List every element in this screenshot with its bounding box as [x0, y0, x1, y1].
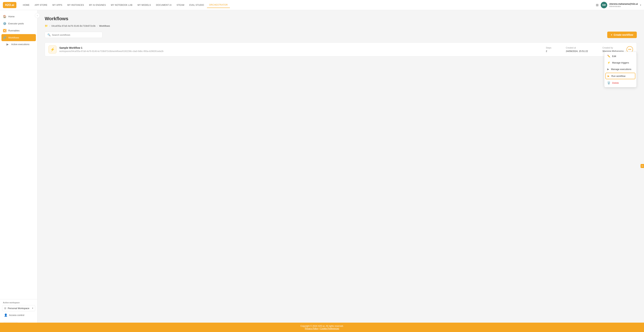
sidebar-item-workflows-label: Workflows [8, 36, 19, 39]
sidebar-item-executor-pools[interactable]: ⚙️ Executor pools [0, 20, 37, 27]
search-input[interactable] [52, 34, 100, 36]
workspace-name: Personal Workspace [8, 307, 31, 310]
context-executions-label: Manage executions [611, 68, 632, 71]
toolbar: 🔍 + Create workflow [45, 32, 637, 38]
context-run-workflow[interactable]: ▶ Run workflow [606, 73, 635, 79]
breadcrumb-current: Workflows [99, 25, 110, 27]
workflows-icon: 🔗 [3, 36, 6, 39]
user-chevron-icon[interactable]: ▾ [640, 4, 641, 6]
footer: Copyright © 2024 H2O.ai. All rights rese… [0, 322, 644, 332]
search-icon: 🔍 [48, 33, 50, 36]
nav-orchestrator[interactable]: ORCHESTRATOR [207, 2, 230, 8]
workspace-chevron-icon[interactable]: ▾ [32, 307, 33, 309]
create-workflow-button[interactable]: + Create workflow [607, 32, 637, 38]
steps-group: Steps 2 [546, 47, 552, 53]
created-at-value: 24/09/2024, 15:51:22 [566, 50, 588, 53]
sidebar-bottom: Active workspace ⊞ Personal Workspace ▾ … [0, 299, 37, 320]
topnav: H2O.ai HOME APP STORE MY APPS MY INSTANC… [0, 0, 644, 10]
sidebar: ‹ 🏠 Home ⚙️ Executor pools 🔀 Runnables 🔗… [0, 10, 38, 332]
access-control-label: Access control [9, 314, 24, 316]
nav-mymodels[interactable]: MY MODELS [136, 2, 153, 8]
breadcrumb-sep1: › [49, 25, 50, 27]
access-control[interactable]: 👤 Access control [2, 312, 35, 318]
nav-right: ⊞ SM sherene.mahanama@h2o.ai Administrat… [596, 2, 641, 8]
context-manage-triggers[interactable]: ⚡ Manage triggers [604, 59, 636, 66]
executor-pools-icon: ⚙️ [3, 22, 6, 25]
workspace-icon: ⊞ [4, 307, 6, 310]
nav-documentai[interactable]: DOCUMENT AI [154, 2, 174, 8]
breadcrumb-sep2: › [97, 25, 98, 27]
triggers-icon: ⚡ [607, 61, 610, 64]
breadcrumb: 📁 › 04caf35a-97a9-4e76-9146-Bc733b972c0b… [45, 24, 637, 27]
delete-icon: 🗑️ [607, 81, 610, 84]
sidebar-item-active-executions[interactable]: ▶ Active executions [0, 41, 37, 48]
nav-evalstudio[interactable]: EVAL STUDIO [187, 2, 206, 8]
executions-icon: ▶ [607, 68, 609, 71]
breadcrumb-folder-icon: 📁 [45, 24, 48, 27]
context-edit[interactable]: ✏️ Edit [604, 53, 636, 59]
user-info: sherene.mahanama@h2o.ai Administrator [610, 3, 638, 8]
sidebar-item-workflows[interactable]: 🔗 Workflows [2, 34, 36, 41]
search-box: 🔍 [45, 32, 102, 38]
sidebar-item-active-executions-label: Active executions [11, 43, 30, 46]
logo[interactable]: H2O.ai [3, 2, 16, 8]
workflow-path: workspaces/04caf35a-97a9-4e76-9146-bc733… [59, 50, 543, 53]
created-at-label: Created at [566, 47, 588, 49]
active-workspace-label: Active workspace [2, 301, 35, 304]
sidebar-item-home-label: Home [8, 15, 14, 18]
cookie-preferences-link[interactable]: Cookie Preferences [320, 327, 339, 330]
context-triggers-label: Manage triggers [612, 61, 629, 64]
steps-value: 2 [546, 50, 552, 53]
footer-copyright: Copyright © 2024 H2O.ai. All rights rese… [2, 325, 642, 327]
nav-notebooklab[interactable]: MY NOTEBOOK LAB [109, 2, 135, 8]
created-at-group: Created at 24/09/2024, 15:51:22 [566, 47, 588, 53]
workflow-name: Sample Workflow 1 [59, 46, 543, 49]
access-control-icon: 👤 [4, 313, 8, 317]
nav-steam[interactable]: STEAM [174, 2, 186, 8]
sidebar-item-runnables[interactable]: 🔀 Runnables [0, 27, 37, 34]
workflow-table: ⚡ Sample Workflow 1 workspaces/04caf35a-… [45, 42, 637, 57]
context-run-label: Run workflow [611, 75, 626, 77]
avatar[interactable]: SM [601, 2, 607, 8]
page-title: Workflows [45, 16, 637, 22]
grid-icon[interactable]: ⊞ [596, 3, 598, 7]
context-menu: ✏️ Edit ⚡ Manage triggers ▶ Manage execu… [604, 52, 636, 87]
workflow-info: Sample Workflow 1 workspaces/04caf35a-97… [59, 46, 543, 53]
footer-links: Privacy Policy | Cookie Preferences [2, 327, 642, 330]
created-by-label: Created by [602, 47, 624, 49]
layout: ‹ 🏠 Home ⚙️ Executor pools 🔀 Runnables 🔗… [0, 10, 644, 332]
user-name: sherene.mahanama@h2o.ai [610, 3, 638, 5]
workflow-icon-wrap: ⚡ [48, 46, 56, 53]
context-manage-executions[interactable]: ▶ Manage executions [604, 66, 636, 72]
workspace-selector[interactable]: ⊞ Personal Workspace ▾ [2, 305, 35, 311]
create-plus-icon: + [611, 33, 612, 36]
nav-home[interactable]: HOME [21, 2, 32, 8]
workflow-item-icon: ⚡ [50, 47, 55, 52]
sidebar-toggle[interactable]: ‹ [35, 13, 40, 18]
home-icon: 🏠 [3, 15, 6, 18]
sidebar-item-runnables-label: Runnables [8, 29, 20, 32]
sidebar-item-home[interactable]: 🏠 Home [0, 13, 37, 20]
nav-appstore[interactable]: APP STORE [32, 2, 50, 8]
context-delete-label: Delete [612, 82, 619, 84]
user-role: Administrator [610, 5, 638, 8]
runnables-icon: 🔀 [3, 29, 6, 32]
breadcrumb-workspace-link[interactable]: 04caf35a-97a9-4e76-9146-Bc733b972c0b [52, 25, 95, 27]
sidebar-nav: 🏠 Home ⚙️ Executor pools 🔀 Runnables 🔗 W… [0, 13, 37, 299]
nav-items: HOME APP STORE MY APPS MY INSTANCES MY A… [21, 2, 596, 8]
edit-icon: ✏️ [607, 55, 610, 58]
context-delete[interactable]: 🗑️ Delete [604, 80, 636, 86]
scroll-indicator: Z [640, 164, 644, 168]
steps-label: Steps [546, 47, 552, 49]
nav-myinstances[interactable]: MY INSTANCES [65, 2, 86, 8]
context-edit-label: Edit [612, 55, 616, 58]
sidebar-item-executor-pools-label: Executor pools [8, 22, 24, 25]
run-icon: ▶ [608, 75, 610, 77]
privacy-policy-link[interactable]: Privacy Policy [305, 327, 318, 330]
table-row: ⚡ Sample Workflow 1 workspaces/04caf35a-… [45, 43, 636, 56]
active-executions-icon: ▶ [6, 43, 10, 46]
main-content: Workflows 📁 › 04caf35a-97a9-4e76-9146-Bc… [38, 10, 644, 332]
create-workflow-label: Create workflow [614, 33, 633, 36]
nav-aiengines[interactable]: MY AI ENGINES [87, 2, 108, 8]
nav-myapps[interactable]: MY APPS [50, 2, 64, 8]
